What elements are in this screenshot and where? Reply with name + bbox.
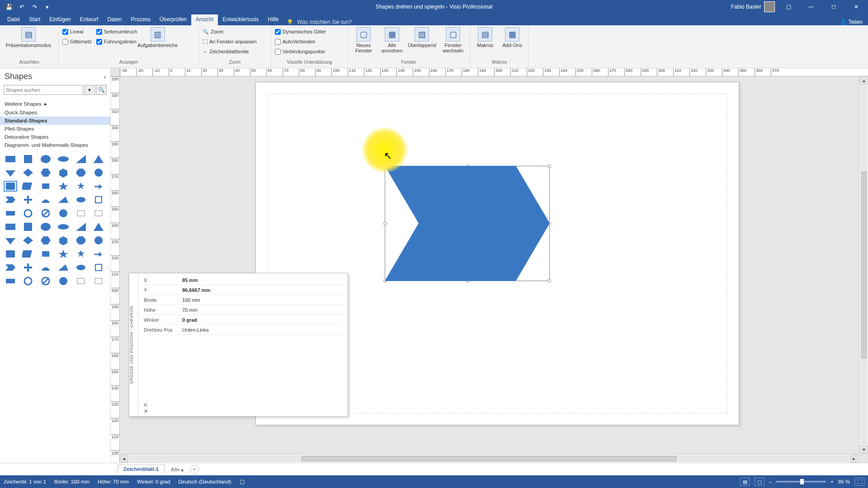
status-page[interactable]: Zeichenbl. 1 von 1	[4, 479, 46, 484]
btn-page-width[interactable]: ↔Zeichenblattbreite	[203, 47, 257, 56]
user-account[interactable]: Fabio Basler	[731, 1, 775, 12]
prop-close-icon[interactable]: ✕	[144, 408, 343, 414]
shapes-search-input[interactable]	[4, 85, 83, 95]
addons-button[interactable]: ▦Add-Ons	[501, 27, 524, 48]
tab-einfuegen[interactable]: Einfügen	[45, 14, 75, 25]
btn-zoom[interactable]: 🔍Zoom	[203, 27, 257, 36]
shapes-search-button[interactable]: 🔍	[96, 85, 107, 95]
new-window-button[interactable]: ▢Neues Fenster	[352, 27, 376, 53]
tab-start[interactable]: Start	[24, 14, 45, 25]
switch-window-button[interactable]: ▢Fenster wechseln	[440, 27, 466, 53]
shape-stencil-item[interactable]	[74, 167, 88, 178]
shape-stencil-item[interactable]	[57, 208, 70, 219]
shape-stencil-item[interactable]	[57, 181, 70, 192]
zoom-in-icon[interactable]: +	[830, 479, 834, 484]
shape-stencil-item[interactable]	[92, 154, 105, 164]
shape-stencil-item[interactable]	[74, 194, 88, 205]
btn-fit-window[interactable]: ⛶An Fenster anpassen	[203, 37, 257, 46]
shape-stencil-item[interactable]	[21, 194, 35, 205]
shape-stencil-item[interactable]	[57, 154, 70, 164]
shape-stencil-item[interactable]	[39, 154, 52, 164]
shape-stencil-item[interactable]	[4, 194, 17, 205]
prop-pin-icon[interactable]: ⇱	[144, 403, 343, 408]
shape-stencil-item[interactable]	[4, 208, 17, 219]
zoom-slider[interactable]	[776, 481, 826, 483]
shapes-search-dropdown[interactable]: ▾	[84, 85, 95, 95]
undo-icon[interactable]: ↶	[17, 2, 26, 11]
shape-stencil-item[interactable]	[92, 262, 105, 273]
shape-stencil-item[interactable]	[74, 262, 88, 273]
shape-stencil-item[interactable]	[39, 249, 52, 259]
shape-stencil-item[interactable]	[21, 154, 35, 164]
shape-stencil-item[interactable]	[21, 208, 35, 219]
shape-stencil-item[interactable]	[4, 181, 17, 192]
shape-stencil-item[interactable]	[21, 235, 35, 246]
scroll-down-icon[interactable]: ▾	[860, 446, 868, 454]
tab-daten[interactable]: Daten	[103, 14, 126, 25]
shape-stencil-item[interactable]	[4, 235, 17, 246]
shape-stencil-item[interactable]	[74, 154, 88, 164]
shape-stencil-item[interactable]	[21, 262, 35, 273]
shape-stencil-item[interactable]	[57, 221, 70, 232]
shape-stencil-item[interactable]	[21, 167, 35, 178]
tab-ansicht[interactable]: Ansicht	[191, 14, 218, 25]
shape-stencil-item[interactable]	[92, 181, 105, 192]
shape-stencil-item[interactable]	[39, 194, 52, 205]
zoom-out-icon[interactable]: –	[769, 479, 772, 484]
redo-icon[interactable]: ↷	[30, 2, 39, 11]
scroll-right-icon[interactable]: ▸	[850, 455, 858, 463]
shape-stencil-item[interactable]	[74, 249, 88, 259]
cascade-button[interactable]: ▧Überlappend	[408, 27, 435, 48]
macro-record-icon[interactable]: ▢	[240, 479, 245, 485]
shape-stencil-item[interactable]	[4, 276, 17, 286]
shape-stencil-item[interactable]	[92, 208, 105, 219]
chk-fuehrungslinien[interactable]: Führungslinien	[96, 37, 137, 46]
sheet-tab-1[interactable]: Zeichenblatt-1	[118, 465, 165, 473]
shape-stencil-item[interactable]	[39, 208, 52, 219]
shape-stencil-item[interactable]	[4, 154, 17, 164]
shape-stencil-item[interactable]	[21, 221, 35, 232]
tab-prozess[interactable]: Prozess	[126, 14, 155, 25]
view-present-icon[interactable]: ▢	[755, 478, 764, 486]
vertical-scrollbar[interactable]: ▴ ▾	[859, 76, 868, 454]
cat-standard-shapes[interactable]: Standard-Shapes	[0, 117, 110, 125]
save-icon[interactable]: 💾	[5, 2, 14, 11]
shape-stencil-item[interactable]	[92, 235, 105, 246]
shape-stencil-item[interactable]	[92, 194, 105, 205]
chk-seitenumbruch[interactable]: Seitenumbruch	[96, 27, 137, 36]
presentation-mode-button[interactable]: ▤ Präsentationsmodus	[4, 27, 53, 48]
prop-winkel[interactable]: Winkel0 grad	[144, 315, 343, 325]
shape-stencil-item[interactable]	[21, 276, 35, 286]
tab-datei[interactable]: Datei	[3, 14, 24, 25]
macros-button[interactable]: ▤Makros	[474, 27, 496, 48]
shape-stencil-item[interactable]	[74, 221, 88, 232]
shape-stencil-item[interactable]	[57, 262, 70, 273]
cat-quick-shapes[interactable]: Quick-Shapes	[0, 108, 110, 117]
shape-stencil-item[interactable]	[21, 181, 35, 192]
zoom-level[interactable]: 95 %	[838, 479, 850, 484]
shape-stencil-item[interactable]	[57, 276, 70, 286]
chk-connection-points[interactable]: Verbindungspunkte	[275, 47, 326, 56]
shape-stencil-item[interactable]	[57, 194, 70, 205]
shape-stencil-item[interactable]	[39, 235, 52, 246]
chk-dynamic-grid[interactable]: Dynamisches Gitter	[275, 27, 326, 36]
shape-stencil-item[interactable]	[4, 167, 17, 178]
shape-stencil-item[interactable]	[92, 276, 105, 286]
aufgabenbereiche-button[interactable]: ▥ Aufgabenbereiche	[142, 27, 174, 48]
tab-entwicklertools[interactable]: Entwicklertools	[218, 14, 263, 25]
tell-me-input[interactable]: Was möchten Sie tun?	[293, 19, 355, 25]
shape-stencil-item[interactable]	[57, 249, 70, 259]
shape-stencil-item[interactable]	[57, 235, 70, 246]
fit-page-icon[interactable]: ⛶	[854, 478, 864, 486]
cat-diagramm-shapes[interactable]: Diagramm- und Mathematik-Shapes	[0, 141, 110, 149]
shape-stencil-item[interactable]	[4, 221, 17, 232]
shape-stencil-item[interactable]	[21, 249, 35, 259]
prop-drehbez[interactable]: Drehbez PosUnten-Links	[144, 325, 343, 335]
shape-stencil-item[interactable]	[4, 262, 17, 273]
share-button[interactable]: 👤 Teilen	[840, 19, 863, 25]
shape-stencil-item[interactable]	[74, 181, 88, 192]
shape-stencil-item[interactable]	[92, 167, 105, 178]
scroll-up-icon[interactable]: ▴	[860, 76, 868, 84]
drawing-canvas[interactable]: ↖ GRÖSSE UND POSITION - CHEVRON X85 mm Y…	[120, 76, 858, 453]
chk-gitternetz[interactable]: Gitternetz	[62, 37, 92, 46]
